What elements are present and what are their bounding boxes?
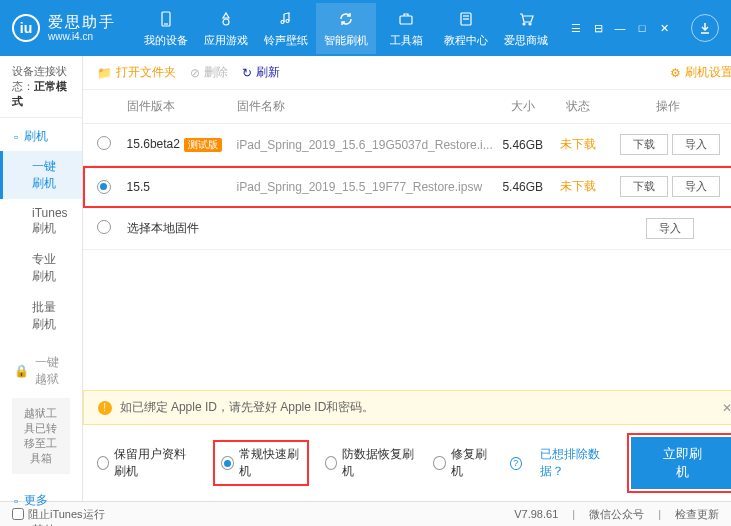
- beta-badge: 测试版: [184, 138, 222, 152]
- import-button[interactable]: 导入: [672, 134, 720, 155]
- app-url: www.i4.cn: [48, 31, 116, 42]
- option-radio[interactable]: [325, 456, 337, 470]
- option-radio[interactable]: [433, 456, 445, 470]
- lock-icon[interactable]: ⊟: [591, 21, 605, 35]
- sidebar-item-oneclick-flash[interactable]: 一键刷机: [0, 151, 82, 199]
- row-radio[interactable]: [97, 136, 111, 150]
- firmware-name: iPad_Spring_2019_15.5_19F77_Restore.ipsw: [237, 180, 493, 194]
- firmware-status: 未下载: [553, 178, 603, 195]
- firmware-size: 5.46GB: [493, 180, 553, 194]
- download-button[interactable]: 下载: [620, 176, 668, 197]
- option-radio[interactable]: [221, 456, 233, 470]
- maximize-button[interactable]: □: [635, 21, 649, 35]
- jailbreak-moved-notice[interactable]: 越狱工具已转移至工具箱: [12, 398, 70, 474]
- minimize-button[interactable]: —: [613, 21, 627, 35]
- option-anti-recovery[interactable]: 防数据恢复刷机: [325, 446, 415, 480]
- block-itunes-checkbox[interactable]: 阻止iTunes运行: [12, 507, 105, 522]
- svg-point-9: [523, 23, 525, 25]
- toolbox-icon: [396, 9, 416, 29]
- option-keep-data[interactable]: 保留用户资料刷机: [97, 446, 198, 480]
- music-icon: [276, 9, 296, 29]
- option-normal-fast[interactable]: 常规快速刷机: [215, 442, 307, 484]
- download-circle-button[interactable]: [691, 14, 719, 42]
- row-radio[interactable]: [97, 180, 111, 194]
- sidebar-item-batch-flash[interactable]: 批量刷机: [0, 292, 82, 340]
- nav-store[interactable]: 爱思商城: [496, 3, 556, 54]
- download-button[interactable]: 下载: [620, 134, 668, 155]
- cart-icon: [516, 9, 536, 29]
- import-button[interactable]: 导入: [646, 218, 694, 239]
- svg-point-3: [281, 20, 284, 23]
- option-repair[interactable]: 修复刷机: [433, 446, 492, 480]
- app-logo: iu 爱思助手 www.i4.cn: [12, 14, 116, 42]
- nav-toolbox[interactable]: 工具箱: [376, 3, 436, 54]
- app-name: 爱思助手: [48, 14, 116, 31]
- apps-icon: [216, 9, 236, 29]
- row-radio[interactable]: [97, 220, 111, 234]
- logo-icon: iu: [12, 14, 40, 42]
- sidebar-item-pro-flash[interactable]: 专业刷机: [0, 244, 82, 292]
- gear-icon: ⚙: [670, 66, 681, 80]
- sidebar: 设备连接状态：正常模式 ▫刷机 一键刷机 iTunes刷机 专业刷机 批量刷机 …: [0, 56, 83, 501]
- sidebar-group-flash[interactable]: ▫刷机: [0, 122, 82, 151]
- phone-icon: [156, 9, 176, 29]
- th-size: 大小: [493, 98, 553, 115]
- content-area: 📁打开文件夹 ⊘删除 ↻刷新 ⚙刷机设置 固件版本 固件名称 大小 状态 操作 …: [83, 56, 731, 501]
- nav-apps[interactable]: 应用游戏: [196, 3, 256, 54]
- table-row-local[interactable]: 选择本地固件 导入: [83, 208, 731, 250]
- exclude-data-link[interactable]: 已想排除数据？: [540, 446, 614, 480]
- firmware-status: 未下载: [553, 136, 603, 153]
- table-row[interactable]: 15.6beta2测试版 iPad_Spring_2019_15.6_19G50…: [83, 124, 731, 166]
- open-folder-button[interactable]: 📁打开文件夹: [97, 64, 176, 81]
- wechat-link[interactable]: 微信公众号: [589, 507, 644, 522]
- main-nav: 我的设备 应用游戏 铃声壁纸 智能刷机 工具箱 教程中心 爱思商城: [136, 3, 556, 54]
- svg-point-10: [529, 23, 531, 25]
- refresh-button[interactable]: ↻刷新: [242, 64, 280, 81]
- connection-status: 设备连接状态：正常模式: [0, 56, 82, 118]
- sidebar-item-itunes-flash[interactable]: iTunes刷机: [0, 199, 82, 244]
- help-icon[interactable]: ?: [510, 457, 522, 470]
- table-row[interactable]: 15.5 iPad_Spring_2019_15.5_19F77_Restore…: [83, 166, 731, 208]
- close-button[interactable]: ✕: [657, 21, 671, 35]
- appleid-warning: ! 如已绑定 Apple ID，请先登好 Apple ID和密码。 ✕: [83, 390, 731, 425]
- nav-flash[interactable]: 智能刷机: [316, 3, 376, 54]
- delete-icon: ⊘: [190, 66, 200, 80]
- nav-ringtones[interactable]: 铃声壁纸: [256, 3, 316, 54]
- firmware-name: iPad_Spring_2019_15.6_19G5037d_Restore.i…: [237, 138, 493, 152]
- th-name: 固件名称: [237, 98, 493, 115]
- option-radio[interactable]: [97, 456, 109, 470]
- folder-icon: 📁: [97, 66, 112, 80]
- refresh-icon: [336, 9, 356, 29]
- nav-tutorials[interactable]: 教程中心: [436, 3, 496, 54]
- window-controls: ☰ ⊟ — □ ✕: [569, 14, 719, 42]
- flash-settings-button[interactable]: ⚙刷机设置: [670, 64, 731, 81]
- th-status: 状态: [553, 98, 603, 115]
- th-version: 固件版本: [127, 98, 237, 115]
- alert-close-button[interactable]: ✕: [722, 401, 731, 415]
- sidebar-group-jailbreak[interactable]: 🔒一键越狱: [0, 348, 82, 394]
- delete-button[interactable]: ⊘删除: [190, 64, 228, 81]
- import-button[interactable]: 导入: [672, 176, 720, 197]
- toolbar: 📁打开文件夹 ⊘删除 ↻刷新 ⚙刷机设置: [83, 56, 731, 90]
- table-header: 固件版本 固件名称 大小 状态 操作: [83, 90, 731, 124]
- firmware-size: 5.46GB: [493, 138, 553, 152]
- lock-icon: 🔒: [14, 364, 29, 378]
- more-icon: ▫: [14, 494, 18, 508]
- svg-point-2: [223, 19, 229, 25]
- book-icon: [456, 9, 476, 29]
- phone-icon: ▫: [14, 130, 18, 144]
- th-ops: 操作: [603, 98, 731, 115]
- check-update-link[interactable]: 检查更新: [675, 507, 719, 522]
- nav-my-device[interactable]: 我的设备: [136, 3, 196, 54]
- warning-icon: !: [98, 401, 112, 415]
- menu-icon[interactable]: ☰: [569, 21, 583, 35]
- svg-point-4: [286, 19, 289, 22]
- refresh-icon: ↻: [242, 66, 252, 80]
- flash-options: 保留用户资料刷机 常规快速刷机 防数据恢复刷机 修复刷机 ? 已想排除数据？ 立…: [83, 425, 731, 501]
- flash-now-button[interactable]: 立即刷机: [631, 437, 731, 489]
- svg-rect-5: [400, 16, 412, 24]
- status-bar: 阻止iTunes运行 V7.98.61 | 微信公众号 | 检查更新: [0, 501, 731, 526]
- title-bar: iu 爱思助手 www.i4.cn 我的设备 应用游戏 铃声壁纸 智能刷机 工具…: [0, 0, 731, 56]
- version-label: V7.98.61: [514, 508, 558, 520]
